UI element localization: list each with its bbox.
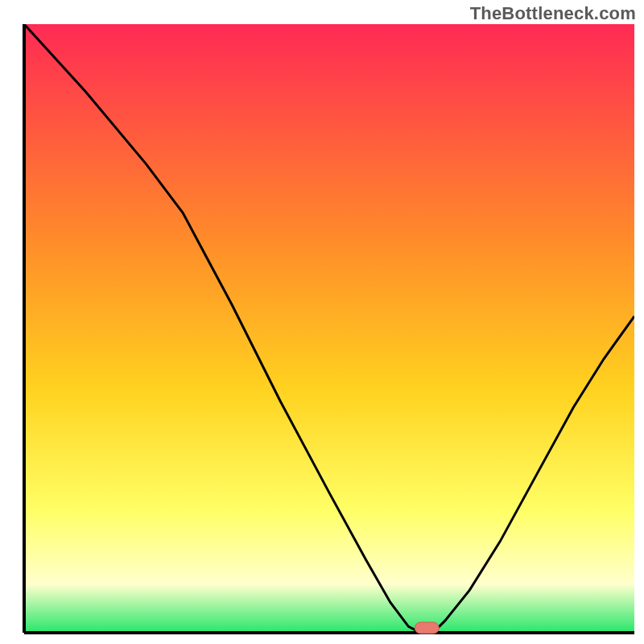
optimum-marker [415, 622, 439, 634]
bottleneck-chart [0, 0, 644, 644]
chart-frame: TheBottleneck.com [0, 0, 644, 644]
gradient-background [24, 24, 634, 633]
